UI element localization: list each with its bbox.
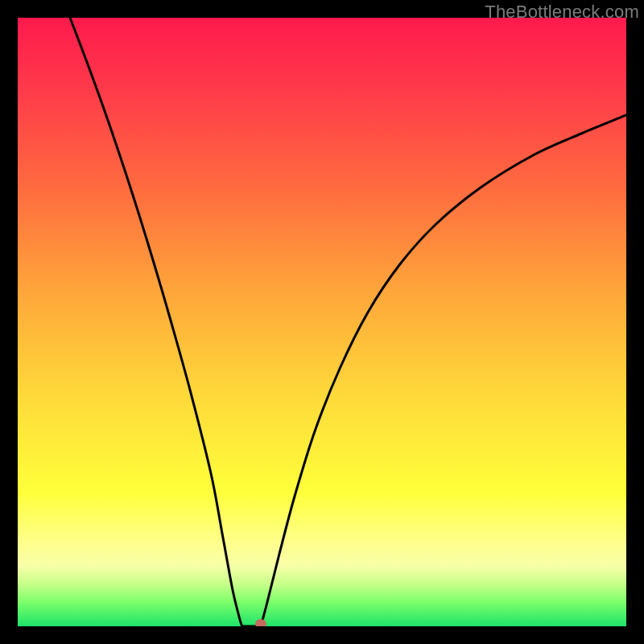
watermark-text: TheBottleneck.com — [485, 2, 639, 23]
plot-area — [18, 18, 626, 626]
curve-layer — [18, 18, 626, 626]
outer-frame: TheBottleneck.com — [0, 0, 644, 644]
optimal-point-marker — [255, 619, 266, 626]
bottleneck-curve — [70, 18, 626, 626]
